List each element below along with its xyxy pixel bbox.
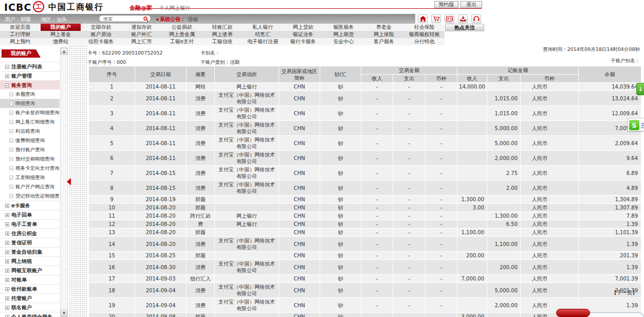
expand-icon[interactable] (5, 213, 9, 217)
sidebar-item-明细查询[interactable]: 明细查询 (0, 99, 60, 108)
leaf-icon[interactable] (9, 194, 13, 198)
sidebar-item-电子工资单[interactable]: 电子工资单 (0, 219, 60, 228)
expand-icon[interactable] (5, 250, 9, 254)
sidebar-item-账户管理[interactable]: 账户管理 (0, 71, 60, 80)
expand-icon[interactable] (5, 259, 9, 263)
menu-item-客户服务[interactable]: 客户服务 (364, 38, 404, 45)
export-download-icon[interactable]: ↓ (636, 83, 644, 95)
expand-icon[interactable] (5, 315, 9, 317)
leaf-icon[interactable] (9, 129, 13, 133)
sidebar-item-预付账户查询[interactable]: 预付账户查询 (0, 145, 60, 154)
announcement-link[interactable]: 活动 (188, 16, 198, 23)
search-box[interactable] (99, 15, 151, 22)
scroll-up-icon[interactable]: ▲ (61, 48, 67, 55)
sidebar-item-商务卡定向支付查询[interactable]: 商务卡定向支付查询 (0, 164, 60, 173)
leaf-icon[interactable] (9, 185, 13, 189)
expand-icon[interactable] (5, 296, 9, 301)
home-icon[interactable] (418, 14, 428, 23)
leaf-icon[interactable] (9, 138, 13, 143)
sidebar-item-预付交易明细查询[interactable]: 预付交易明细查询 (0, 154, 60, 164)
expand-icon[interactable] (5, 232, 9, 236)
sidebar-item-工资明细查询[interactable]: 工资明细查询 (0, 173, 60, 182)
menu-item-通知存款[interactable]: 通知存款 (121, 24, 162, 31)
menu-item-转账汇款[interactable]: 转账汇款 (202, 24, 243, 31)
collapse-icon[interactable] (5, 83, 9, 87)
bottom-red-button[interactable] (556, 309, 590, 317)
sogou-ime-badge[interactable]: S 五 (628, 118, 644, 131)
sidebar-item-e卡服务[interactable]: e卡服务 (0, 201, 60, 210)
menu-item-我的账户[interactable]: 我的账户 (41, 24, 81, 31)
sidebar-item-电子回单[interactable]: 电子回单 (0, 210, 60, 219)
menu-item-网上保险[interactable]: 网上保险 (364, 31, 404, 38)
menu-item-工银信使[interactable]: 工银信使 (202, 38, 243, 45)
menu-item-欢迎页面[interactable]: 欢迎页面 (0, 24, 41, 31)
collapse-icon[interactable] (5, 65, 9, 69)
sidebar-item-联名账户[interactable]: 联名账户 (0, 303, 60, 312)
menu-item-工行理财[interactable]: 工行理财 (0, 31, 41, 38)
sidebar-item-网上售汇明细查询[interactable]: 网上售汇明细查询 (0, 117, 60, 127)
simple-version-button[interactable]: 简约版 (434, 1, 458, 8)
menu-item-账户外汇[interactable]: 账户外汇 (121, 31, 162, 38)
sidebar-item-注册账户列表[interactable]: 注册账户列表 (0, 62, 60, 71)
leaf-icon[interactable] (9, 148, 13, 152)
sidebar-item-账务查询[interactable]: 账务查询 (0, 80, 60, 90)
scroll-down-icon[interactable]: ▼ (61, 310, 67, 316)
expand-icon[interactable] (5, 269, 9, 273)
customer-service-icon[interactable] (471, 14, 481, 23)
menu-item-银证业务[interactable]: 银证业务 (283, 31, 323, 38)
menu-item-网上贵金属[interactable]: 网上贵金属 (162, 31, 203, 38)
sidebar-item-利息税查询[interactable]: 利息税查询 (0, 127, 60, 136)
leaf-icon[interactable] (9, 92, 13, 96)
leaf-icon[interactable] (9, 111, 13, 115)
expand-icon[interactable] (5, 241, 9, 245)
expand-icon[interactable] (5, 222, 9, 226)
inbox-download-icon[interactable] (458, 14, 468, 23)
menu-item-信用卡服务[interactable]: 信用卡服务 (81, 38, 121, 45)
tab-hot-topics[interactable]: 热点关注 (445, 24, 484, 31)
sidebar-item-资信证明[interactable]: 资信证明 (0, 238, 60, 247)
menu-item-工银e支付[interactable]: 工银e支付 (162, 38, 203, 45)
sidebar-item-网上纳税[interactable]: 网上纳税 (0, 256, 60, 266)
sidebar-item-贷记联动凭证明细查询[interactable]: 贷记联动凭证明细查询 (0, 191, 60, 201)
sidebar-item-托管账户[interactable]: 托管账户 (0, 293, 60, 303)
search-icon[interactable] (143, 16, 149, 22)
menu-item-结售汇[interactable]: 结售汇 (243, 31, 283, 38)
menu-item-分行特色[interactable]: 分行特色 (404, 38, 445, 45)
sidebar-item-网银互联账户[interactable]: 网银互联账户 (0, 266, 60, 275)
next-page-link[interactable]: 【下一页】 (591, 289, 637, 296)
menu-item-网上期货[interactable]: 网上期货 (323, 31, 364, 38)
search-input[interactable] (103, 16, 141, 22)
sidebar-item-缴费明细查询[interactable]: 缴费明细查询 (0, 136, 60, 145)
menu-item-银行卡服务[interactable]: 银行卡服务 (283, 38, 323, 45)
menu-item-社会保险[interactable]: 社会保险 (404, 24, 445, 31)
expand-icon[interactable] (5, 306, 9, 310)
sidebar-item-个人资产综合服务[interactable]: 个人资产综合服务 (0, 312, 60, 317)
expand-icon[interactable] (5, 287, 9, 291)
menu-item-公益捐款[interactable]: 公益捐款 (162, 24, 203, 31)
menu-item-电子银行注册[interactable]: 电子银行注册 (243, 38, 283, 45)
menu-item-养老金[interactable]: 养老金 (364, 24, 404, 31)
menu-item-网上汇市[interactable]: 网上汇市 (121, 38, 162, 45)
expand-icon[interactable] (5, 74, 9, 78)
menu-item-账户原油[interactable]: 账户原油 (81, 31, 121, 38)
sidebar-item-住房公积金[interactable]: 住房公积金 (0, 228, 60, 238)
logout-button[interactable]: 退出 (461, 1, 482, 8)
menu-item-定期存款[interactable]: 定期存款 (81, 24, 121, 31)
leaf-icon[interactable] (9, 175, 13, 180)
expand-icon[interactable] (5, 204, 9, 208)
sidebar-item-余额查询[interactable]: 余额查询 (0, 90, 60, 99)
cart-icon[interactable] (431, 14, 441, 23)
menu-item-网上债券[interactable]: 网上债券 (202, 31, 243, 38)
leaf-icon[interactable] (9, 120, 13, 124)
sidebar-item-资金自动归集[interactable]: 资金自动归集 (0, 247, 60, 256)
leaf-icon[interactable] (9, 166, 13, 170)
menu-item-安全中心[interactable]: 安全中心 (323, 38, 364, 45)
card-icon[interactable] (445, 14, 454, 23)
sidebar-item-收付款账单[interactable]: 收付款账单 (0, 284, 60, 293)
expand-icon[interactable] (5, 278, 9, 282)
sidebar-item-账户开户网点查询[interactable]: 账户开户网点查询 (0, 182, 60, 191)
sidebar-item-账户未登折明细查询[interactable]: 账户未登折明细查询 (0, 108, 60, 117)
sidebar-scrollbar[interactable]: ▲ ▼ (60, 47, 68, 317)
menu-item-私人银行[interactable]: 私人银行 (243, 24, 283, 31)
leaf-icon[interactable] (9, 157, 13, 161)
